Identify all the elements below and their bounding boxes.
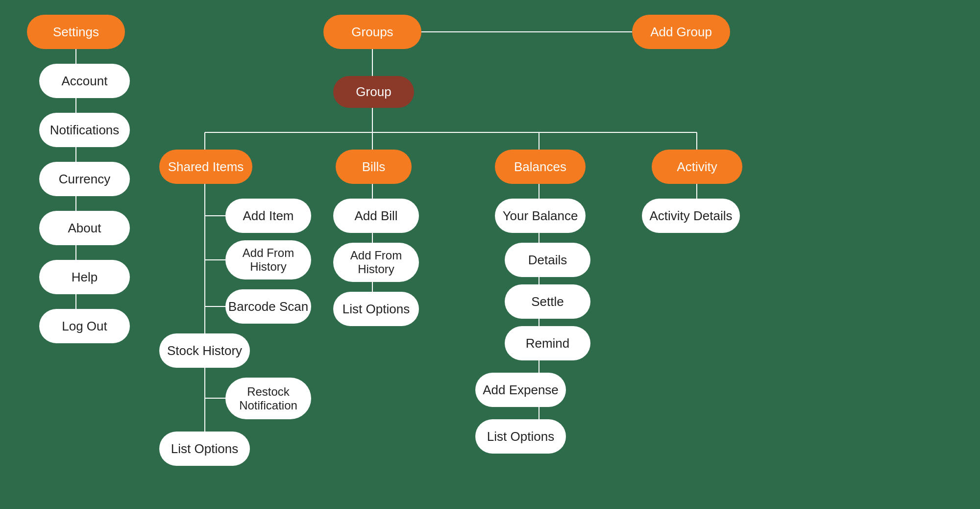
group-node[interactable]: Group (333, 76, 414, 108)
remind-node[interactable]: Remind (505, 326, 590, 360)
settle-node[interactable]: Settle (505, 284, 590, 319)
add-expense-node[interactable]: Add Expense (475, 373, 566, 407)
barcode-scan-node[interactable]: Barcode Scan (225, 289, 311, 324)
list-options-3-node[interactable]: List Options (475, 419, 566, 454)
add-group-node[interactable]: Add Group (632, 15, 730, 49)
logout-node[interactable]: Log Out (39, 309, 130, 343)
help-node[interactable]: Help (39, 260, 130, 294)
restock-notification-node[interactable]: Restock Notification (225, 378, 311, 419)
about-node[interactable]: About (39, 211, 130, 245)
settings-node[interactable]: Settings (27, 15, 125, 49)
balances-node[interactable]: Balances (495, 150, 586, 184)
notifications-node[interactable]: Notifications (39, 113, 130, 147)
bills-node[interactable]: Bills (336, 150, 412, 184)
add-from-history-2-node[interactable]: Add From History (333, 243, 419, 282)
add-item-node[interactable]: Add Item (225, 199, 311, 233)
activity-details-node[interactable]: Activity Details (642, 199, 740, 233)
list-options-2-node[interactable]: List Options (333, 292, 419, 326)
stock-history-node[interactable]: Stock History (159, 333, 250, 368)
activity-node[interactable]: Activity (652, 150, 742, 184)
add-bill-node[interactable]: Add Bill (333, 199, 419, 233)
groups-node[interactable]: Groups (323, 15, 421, 49)
account-node[interactable]: Account (39, 64, 130, 98)
list-options-1-node[interactable]: List Options (159, 432, 250, 466)
add-from-history-1-node[interactable]: Add From History (225, 240, 311, 280)
details-node[interactable]: Details (505, 243, 590, 277)
your-balance-node[interactable]: Your Balance (495, 199, 586, 233)
shared-items-node[interactable]: Shared Items (159, 150, 252, 184)
currency-node[interactable]: Currency (39, 162, 130, 196)
